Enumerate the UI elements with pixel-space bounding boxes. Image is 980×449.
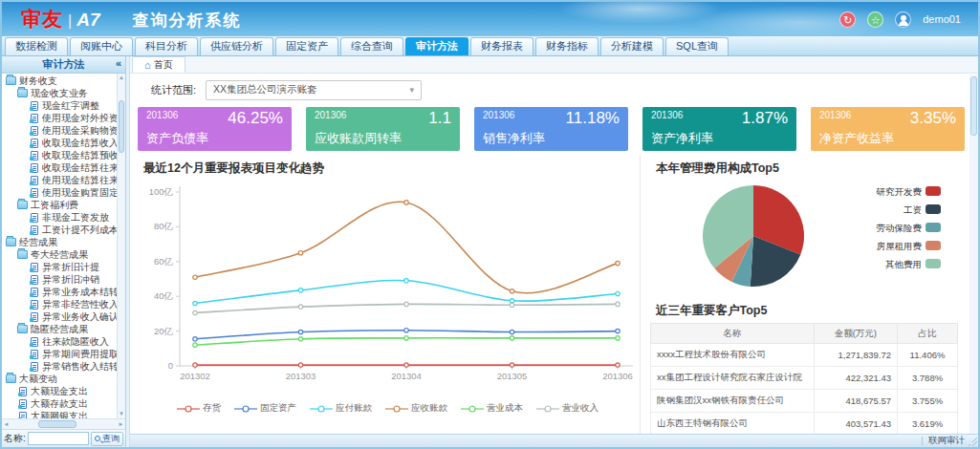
legend-item-应付账款[interactable]: 应付账款 <box>310 402 372 415</box>
tree-item-异常销售收入结转[interactable]: 异常销售收入结转 <box>2 360 117 373</box>
tree-search-button[interactable]: 查询 <box>91 432 123 446</box>
tree-item-大额存款支出[interactable]: 大额存款支出 <box>2 397 117 410</box>
legend-swatch-icon[interactable] <box>926 241 941 250</box>
module-tab-SQL查询[interactable]: SQL查询 <box>665 37 729 55</box>
sidebar-title: 审计方法 <box>43 57 85 72</box>
tab-home[interactable]: ⌂ 首页 <box>132 56 185 73</box>
tree-item-收取现金结算收入[interactable]: 收取现金结算收入 <box>2 137 117 149</box>
tree-item-隐匿经营成果[interactable]: 隐匿经营成果 <box>2 323 117 335</box>
status-bar: 联网审计 <box>130 434 978 447</box>
module-tab-综合查询[interactable]: 综合查询 <box>340 37 403 55</box>
tree-item-收取现金结算往来款[interactable]: 收取现金结算往来款 <box>2 161 117 174</box>
module-tab-财务指标[interactable]: 财务指标 <box>535 37 599 55</box>
scrollbar-thumb[interactable] <box>38 420 76 428</box>
pie-legend-label[interactable]: 其他费用 <box>885 259 922 269</box>
tree-vertical-scrollbar[interactable]: ▲ ▼ <box>117 74 125 418</box>
module-tab-科目分析[interactable]: 科目分析 <box>135 37 198 55</box>
search-name-label: 名称: <box>4 432 26 445</box>
tree-horizontal-scrollbar[interactable]: ◄ ► <box>2 418 125 429</box>
scope-select[interactable]: XX集团总公司演示账套 ▾ <box>206 80 422 100</box>
resize-grip-icon[interactable] <box>969 438 977 446</box>
tree-item-大额现金支出[interactable]: 大额现金支出 <box>2 385 117 397</box>
tree-item-现金红字调整[interactable]: 现金红字调整 <box>2 99 117 112</box>
filter-row: 统计范围: XX集团总公司演示账套 ▾ <box>151 77 967 102</box>
module-tab-供应链分析[interactable]: 供应链分析 <box>200 37 273 55</box>
scrollbar-thumb[interactable] <box>119 100 124 153</box>
module-tab-数据检测[interactable]: 数据检测 <box>5 37 68 55</box>
tree-item-异常业务成本结转[interactable]: 异常业务成本结转 <box>2 286 117 298</box>
tree-item-异常期间费用提取[interactable]: 异常期间费用提取 <box>2 348 117 360</box>
document-icon <box>31 362 38 372</box>
legend-item-固定资产[interactable]: 固定资产 <box>234 402 296 415</box>
tree-search-input[interactable] <box>28 432 89 445</box>
module-tab-分析建模[interactable]: 分析建模 <box>600 37 664 55</box>
svg-text:100亿: 100亿 <box>149 186 174 197</box>
scroll-right-icon[interactable]: ► <box>117 419 125 430</box>
tree-item-使用现金对外投资[interactable]: 使用现金对外投资 <box>2 112 117 124</box>
scroll-up-icon[interactable]: ▲ <box>118 74 125 82</box>
star-icon[interactable]: ☆ <box>867 11 883 28</box>
tree-item-label: 异常业务成本结转 <box>42 286 117 298</box>
tree-item-label: 使用现金结算往来款 <box>42 174 117 186</box>
document-icon <box>31 225 38 235</box>
legend-swatch-icon[interactable] <box>926 186 941 196</box>
tree-item-使用现金购置固定资产[interactable]: 使用现金购置固定资产 <box>2 186 117 199</box>
tree-item-非现金工资发放[interactable]: 非现金工资发放 <box>2 211 117 224</box>
tree-item-往来款隐匿收入[interactable]: 往来款隐匿收入 <box>2 335 117 348</box>
tree-item-现金收支业务[interactable]: 现金收支业务 <box>2 87 117 99</box>
tree-item-夸大经营成果[interactable]: 夸大经营成果 <box>2 248 117 261</box>
kpi-value: 46.25% <box>228 110 283 126</box>
module-tab-审计方法[interactable]: 审计方法 <box>405 37 468 55</box>
scrollbar-thumb[interactable] <box>970 76 977 136</box>
tree-item-工资计提不列成本费[interactable]: 工资计提不列成本费 <box>2 224 117 236</box>
tree-item-label: 收取现金结算收入 <box>42 137 117 149</box>
table-header-row: 名称金额(万元)占比 <box>651 324 958 344</box>
tree-item-财务收支[interactable]: 财务收支 <box>2 75 117 87</box>
logo-brand: 审友 <box>21 6 63 32</box>
tree-item-label: 大额变动 <box>19 373 57 385</box>
scroll-down-icon[interactable]: ▼ <box>118 410 125 418</box>
status-separator <box>922 437 923 445</box>
tree-item-label: 往来款隐匿收入 <box>42 335 109 348</box>
legend-swatch-icon[interactable] <box>926 259 941 268</box>
tree-item-大额网银支出[interactable]: 大额网银支出 <box>2 410 117 418</box>
legend-swatch-icon[interactable] <box>926 223 941 232</box>
refresh-icon[interactable]: ↻ <box>839 11 856 28</box>
header-actions: ↻ ☆ demo01 <box>839 11 978 28</box>
pie-legend-label[interactable]: 劳动保险费 <box>877 223 923 233</box>
user-icon[interactable] <box>895 11 911 28</box>
module-tab-阅账中心[interactable]: 阅账中心 <box>70 37 133 55</box>
table-row: 陕钢集团汉xx钢铁有限责任公司418,675.573.755% <box>651 390 958 413</box>
customer-share: 3.619% <box>898 413 958 435</box>
customer-name: 山东西王特钢有限公司 <box>651 413 815 435</box>
main-vertical-scrollbar[interactable] <box>969 75 978 434</box>
tree-item-大额变动[interactable]: 大额变动 <box>2 373 117 385</box>
legend-item-营业收入[interactable]: 营业收入 <box>536 402 599 415</box>
tree-item-经营成果[interactable]: 经营成果 <box>2 236 117 248</box>
tree-item-使用现金采购物资[interactable]: 使用现金采购物资 <box>2 124 117 137</box>
legend-swatch-icon[interactable] <box>926 204 941 214</box>
legend-item-存货[interactable]: 存货 <box>177 402 221 415</box>
pie-legend-label[interactable]: 房屋租用费 <box>877 241 923 251</box>
module-tab-财务报表[interactable]: 财务报表 <box>470 37 534 55</box>
legend-item-应收账款[interactable]: 应收账款 <box>385 402 447 415</box>
tree-item-使用现金结算往来款[interactable]: 使用现金结算往来款 <box>2 174 117 186</box>
charts-row: 最近12个月重要报表项目变化趋势 020亿40亿60亿80亿100亿201302… <box>136 155 967 434</box>
sidebar-collapse-button[interactable]: « <box>116 57 121 69</box>
kpi-period: 201306 <box>819 110 851 120</box>
tree-item-异常非经营性收入[interactable]: 异常非经营性收入 <box>2 298 117 310</box>
module-tab-固定资产[interactable]: 固定资产 <box>275 37 338 55</box>
scroll-left-icon[interactable]: ◄ <box>2 419 11 430</box>
document-icon <box>31 275 38 285</box>
tree-item-异常折旧冲销[interactable]: 异常折旧冲销 <box>2 273 117 286</box>
tree-item-工资福利费[interactable]: 工资福利费 <box>2 199 117 211</box>
folder-icon <box>6 76 16 85</box>
customer-share: 11.406% <box>898 344 958 367</box>
tree-item-异常业务收入确认[interactable]: 异常业务收入确认 <box>2 310 117 323</box>
tree-item-收取现金结算预收款[interactable]: 收取现金结算预收款 <box>2 149 117 161</box>
legend-item-营业成本[interactable]: 营业成本 <box>461 402 523 415</box>
tree-item-异常折旧计提[interactable]: 异常折旧计提 <box>2 261 117 273</box>
svg-text:20亿: 20亿 <box>154 326 174 336</box>
pie-legend-label[interactable]: 研究开发费 <box>877 186 923 197</box>
pie-legend-label[interactable]: 工资 <box>904 204 922 215</box>
